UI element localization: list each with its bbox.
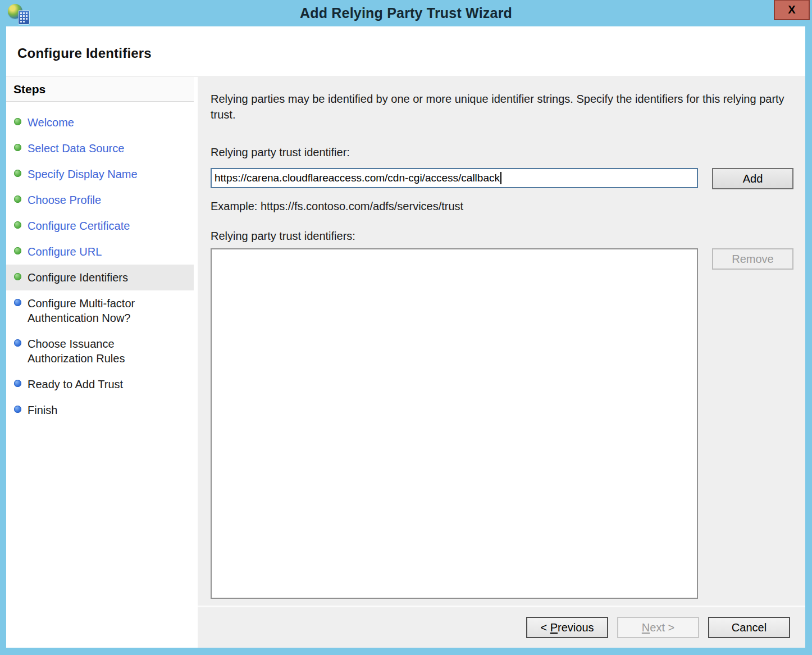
step-status-bullet-icon <box>14 273 21 280</box>
text-caret <box>500 172 501 184</box>
cancel-button[interactable]: Cancel <box>708 617 790 638</box>
main-pane: Relying parties may be identified by one… <box>198 77 805 648</box>
page-title: Configure Identifiers <box>17 46 152 61</box>
step-label: Configure Identifiers <box>28 270 128 285</box>
title-bar: Add Relying Party Trust Wizard X <box>0 0 812 26</box>
identifier-input-value: https://carena.cloudflareaccess.com/cdn-… <box>215 169 500 187</box>
sidebar-step-item: Ready to Add Trust <box>6 371 194 397</box>
close-icon: X <box>788 3 795 16</box>
remove-button: Remove <box>712 248 793 270</box>
window-title: Add Relying Party Trust Wizard <box>0 0 812 26</box>
steps-sidebar: Steps WelcomeSelect Data SourceSpecify D… <box>6 77 194 648</box>
close-button[interactable]: X <box>774 0 810 20</box>
step-status-bullet-icon <box>14 299 21 306</box>
relying-party-identifier-input[interactable]: https://carena.cloudflareaccess.com/cdn-… <box>211 168 698 188</box>
step-status-bullet-icon <box>14 339 21 347</box>
step-label: Select Data Source <box>28 141 124 156</box>
step-status-bullet-icon <box>14 380 21 387</box>
sidebar-step-item: Finish <box>6 397 194 423</box>
step-label: Finish <box>28 403 57 417</box>
sidebar-step-item: Choose Issuance Authorization Rules <box>6 331 194 371</box>
step-status-bullet-icon <box>14 170 21 177</box>
previous-button[interactable]: < Previous <box>526 617 608 638</box>
sidebar-step-item[interactable]: Choose Profile <box>6 187 194 213</box>
sidebar-step-item[interactable]: Select Data Source <box>6 135 194 161</box>
step-status-bullet-icon <box>14 221 21 229</box>
step-label: Choose Profile <box>28 193 101 207</box>
identifiers-list-label: Relying party trust identifiers: <box>211 230 805 243</box>
sidebar-step-item: Configure Identifiers <box>6 265 194 290</box>
next-button: Next > <box>617 617 699 638</box>
sidebar-step-item: Configure Multi-factor Authentication No… <box>6 290 194 331</box>
step-status-bullet-icon <box>14 406 21 413</box>
step-label: Ready to Add Trust <box>28 377 123 392</box>
page-header: Configure Identifiers <box>6 26 805 77</box>
add-button[interactable]: Add <box>712 168 793 189</box>
identifiers-listbox[interactable] <box>211 248 698 599</box>
step-status-bullet-icon <box>14 195 21 203</box>
sidebar-step-item[interactable]: Specify Display Name <box>6 161 194 187</box>
page-description: Relying parties may be identified by one… <box>211 92 784 122</box>
step-label: Configure URL <box>28 244 102 259</box>
step-label: Configure Multi-factor Authentication No… <box>28 296 165 325</box>
sidebar-step-item[interactable]: Configure Certificate <box>6 213 194 239</box>
identifier-field-label: Relying party trust identifier: <box>211 146 805 159</box>
step-status-bullet-icon <box>14 247 21 254</box>
example-text: Example: https://fs.contoso.com/adfs/ser… <box>211 200 805 213</box>
steps-heading: Steps <box>6 77 194 102</box>
sidebar-step-item[interactable]: Welcome <box>6 110 194 135</box>
step-label: Choose Issuance Authorization Rules <box>28 336 165 366</box>
step-label: Specify Display Name <box>28 167 138 181</box>
step-status-bullet-icon <box>14 118 21 125</box>
step-status-bullet-icon <box>14 144 21 151</box>
step-label: Welcome <box>28 115 74 130</box>
footer-button-bar: < Previous Next > Cancel <box>198 606 805 648</box>
wizard-body: Configure Identifiers Steps WelcomeSelec… <box>6 26 805 648</box>
steps-list: WelcomeSelect Data SourceSpecify Display… <box>6 102 194 423</box>
sidebar-step-item[interactable]: Configure URL <box>6 239 194 265</box>
step-label: Configure Certificate <box>28 219 130 233</box>
